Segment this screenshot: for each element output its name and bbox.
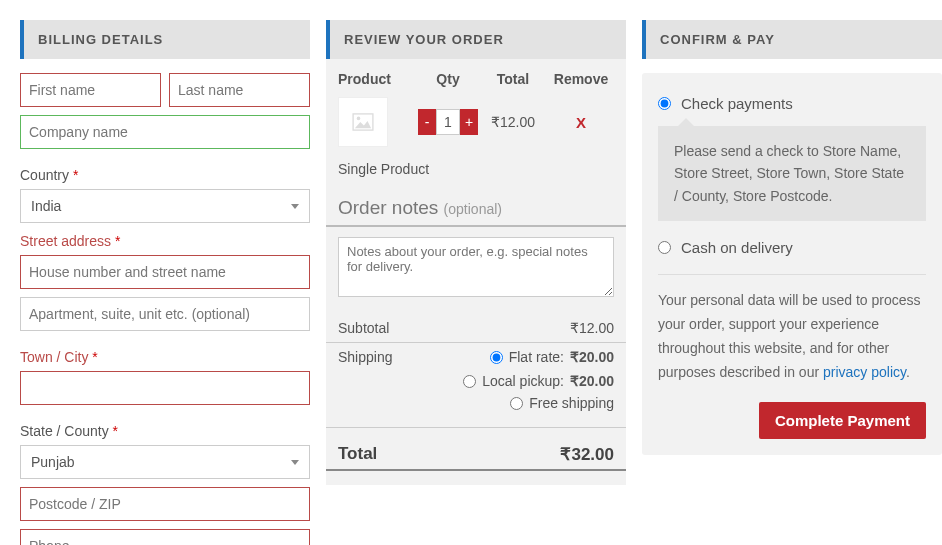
state-value: Punjab (31, 454, 75, 470)
shipping-flat-radio[interactable] (490, 351, 503, 364)
payment-check[interactable]: Check payments (658, 87, 926, 120)
shipping-local-radio[interactable] (463, 375, 476, 388)
first-name-input[interactable] (20, 73, 161, 107)
privacy-policy-link[interactable]: privacy policy (823, 364, 906, 380)
qty-minus-button[interactable]: - (418, 109, 436, 135)
shipping-local[interactable]: Local pickup: ₹20.00 (338, 373, 614, 389)
header-remove: Remove (548, 71, 614, 87)
billing-title: BILLING DETAILS (20, 20, 310, 59)
review-column: REVIEW YOUR ORDER Product Qty Total Remo… (326, 20, 626, 485)
order-notes-heading: Order notes (optional) (326, 189, 626, 227)
phone-input[interactable] (20, 529, 310, 545)
image-placeholder-icon (352, 113, 374, 131)
country-select[interactable]: India (20, 189, 310, 223)
order-headers: Product Qty Total Remove (326, 69, 626, 97)
street2-input[interactable] (20, 297, 310, 331)
postcode-input[interactable] (20, 487, 310, 521)
payment-cod-radio[interactable] (658, 241, 671, 254)
billing-column: BILLING DETAILS Country * India Street a… (20, 20, 310, 545)
header-qty: Qty (418, 71, 478, 87)
subtotal-value: ₹12.00 (570, 320, 614, 336)
payment-cod[interactable]: Cash on delivery (658, 231, 926, 264)
product-name: Single Product (326, 157, 626, 189)
divider (658, 274, 926, 275)
row-total: ₹12.00 (478, 114, 548, 130)
shipping-flat[interactable]: Flat rate: ₹20.00 (490, 349, 614, 365)
privacy-text: Your personal data will be used to proce… (658, 289, 926, 384)
total-label: Total (338, 444, 377, 465)
confirm-column: CONFIRM & PAY Check payments Please send… (642, 20, 942, 455)
remove-button[interactable]: X (548, 114, 614, 131)
order-row: - 1 + ₹12.00 X (326, 97, 626, 157)
header-product: Product (338, 71, 418, 87)
shipping-free-radio[interactable] (510, 397, 523, 410)
state-select[interactable]: Punjab (20, 445, 310, 479)
town-input[interactable] (20, 371, 310, 405)
complete-payment-button[interactable]: Complete Payment (759, 402, 926, 439)
order-notes-input[interactable] (338, 237, 614, 297)
total-value: ₹32.00 (560, 444, 614, 465)
shipping-label: Shipping (338, 349, 393, 365)
qty-plus-button[interactable]: + (460, 109, 478, 135)
header-total: Total (478, 71, 548, 87)
country-label: Country * (20, 167, 310, 183)
product-thumbnail (338, 97, 388, 147)
street-label: Street address * (20, 233, 310, 249)
confirm-title: CONFIRM & PAY (642, 20, 942, 59)
country-value: India (31, 198, 61, 214)
shipping-block: Shipping Flat rate: ₹20.00 Local pickup:… (326, 343, 626, 428)
chevron-down-icon (291, 204, 299, 209)
qty-stepper: - 1 + (418, 109, 478, 135)
town-label: Town / City * (20, 349, 310, 365)
company-input[interactable] (20, 115, 310, 149)
street1-input[interactable] (20, 255, 310, 289)
payment-check-desc: Please send a check to Store Name, Store… (658, 126, 926, 221)
payment-check-radio[interactable] (658, 97, 671, 110)
subtotal-label: Subtotal (338, 320, 389, 336)
total-row: Total ₹32.00 (326, 434, 626, 471)
last-name-input[interactable] (169, 73, 310, 107)
review-title: REVIEW YOUR ORDER (326, 20, 626, 59)
shipping-free[interactable]: Free shipping (338, 395, 614, 411)
qty-value[interactable]: 1 (436, 109, 460, 135)
payment-panel: Check payments Please send a check to St… (642, 73, 942, 455)
svg-point-1 (357, 117, 361, 121)
chevron-down-icon (291, 460, 299, 465)
subtotal-row: Subtotal ₹12.00 (326, 314, 626, 343)
state-label: State / County * (20, 423, 310, 439)
